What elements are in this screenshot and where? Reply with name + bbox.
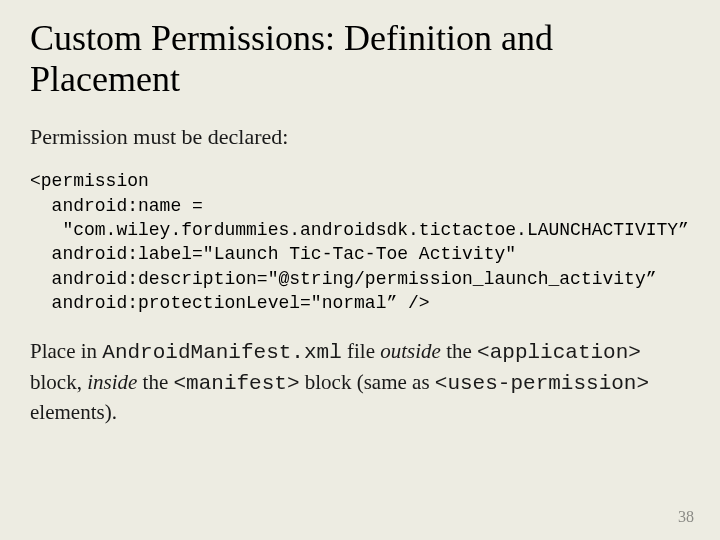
code-line: android:description="@string/permission_… <box>30 269 657 289</box>
body-text: block, <box>30 370 87 394</box>
inline-code: AndroidManifest.xml <box>102 341 341 364</box>
emphasis: outside <box>380 339 441 363</box>
body-text: the <box>137 370 173 394</box>
code-line: android:label="Launch Tic-Tac-Toe Activi… <box>30 244 516 264</box>
body-paragraph: Place in AndroidManifest.xml file outsid… <box>30 337 690 426</box>
code-block: <permission android:name = "com.wiley.fo… <box>30 169 690 315</box>
code-line: "com.wiley.fordummies.androidsdk.tictact… <box>30 220 689 240</box>
slide-title: Custom Permissions: Definition and Place… <box>30 18 690 101</box>
code-line: <permission <box>30 171 149 191</box>
emphasis: inside <box>87 370 137 394</box>
slide-subheading: Permission must be declared: <box>30 123 690 152</box>
page-number: 38 <box>678 508 694 526</box>
inline-code: <uses-permission> <box>435 372 649 395</box>
body-text: elements). <box>30 400 117 424</box>
inline-code: <manifest> <box>173 372 299 395</box>
code-line: android:name = <box>30 196 203 216</box>
body-text: the <box>441 339 477 363</box>
body-text: file <box>342 339 380 363</box>
slide: Custom Permissions: Definition and Place… <box>0 0 720 540</box>
code-line: android:protectionLevel="normal” /> <box>30 293 430 313</box>
body-text: block (same as <box>300 370 435 394</box>
inline-code: <application> <box>477 341 641 364</box>
body-text: Place in <box>30 339 102 363</box>
